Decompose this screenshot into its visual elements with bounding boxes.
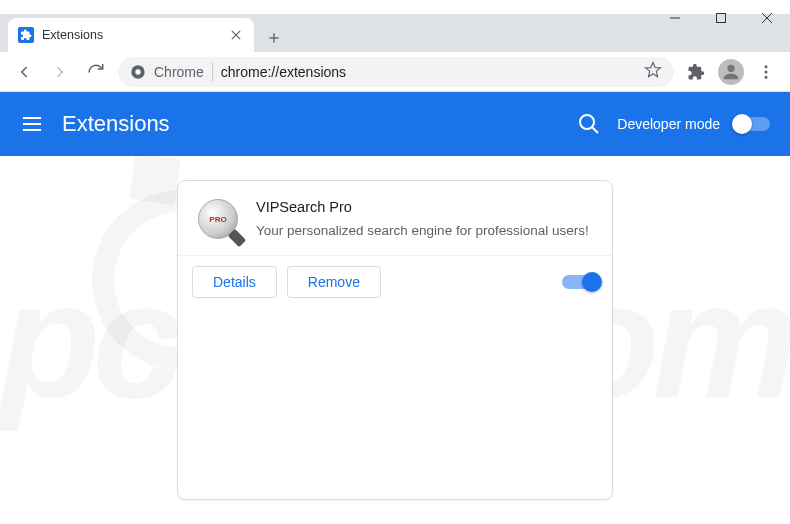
extension-name: VIPSearch Pro — [256, 199, 592, 215]
search-icon[interactable] — [577, 112, 601, 136]
extension-card: PRO VIPSearch Pro Your personalized sear… — [177, 180, 613, 500]
reload-button[interactable] — [82, 58, 110, 86]
page-title: Extensions — [62, 111, 577, 137]
tab-title: Extensions — [42, 28, 220, 42]
chrome-menu-button[interactable] — [752, 58, 780, 86]
forward-button[interactable] — [46, 58, 74, 86]
svg-point-12 — [765, 70, 768, 73]
bookmark-star-icon[interactable] — [644, 61, 662, 83]
extensions-puzzle-icon[interactable] — [682, 58, 710, 86]
window-close-button[interactable] — [744, 0, 790, 36]
browser-toolbar: Chrome chrome://extensions — [0, 52, 790, 92]
extension-description: Your personalized search engine for prof… — [256, 221, 592, 241]
extension-icon: PRO — [198, 199, 238, 239]
svg-rect-1 — [717, 14, 726, 23]
svg-point-9 — [135, 69, 140, 74]
window-minimize-button[interactable] — [652, 0, 698, 36]
developer-mode-toggle[interactable] — [734, 117, 770, 131]
svg-line-18 — [592, 127, 598, 133]
profile-avatar-icon[interactable] — [718, 59, 744, 85]
menu-hamburger-icon[interactable] — [20, 112, 44, 136]
details-button[interactable]: Details — [192, 266, 277, 298]
window-maximize-button[interactable] — [698, 0, 744, 36]
svg-point-17 — [580, 115, 594, 129]
chrome-icon — [130, 64, 146, 80]
developer-mode-label: Developer mode — [617, 116, 720, 132]
extensions-content: pcrisk.com PRO VIPSearch Pro Your person… — [0, 156, 790, 524]
window-controls — [652, 0, 790, 36]
browser-tab[interactable]: Extensions — [8, 18, 254, 52]
svg-point-10 — [727, 64, 734, 71]
omnibox-divider — [212, 63, 213, 81]
address-bar[interactable]: Chrome chrome://extensions — [118, 57, 674, 87]
omnibox-origin-label: Chrome — [154, 64, 204, 80]
new-tab-button[interactable] — [260, 24, 288, 52]
remove-button[interactable]: Remove — [287, 266, 381, 298]
back-button[interactable] — [10, 58, 38, 86]
omnibox-url: chrome://extensions — [221, 64, 636, 80]
extension-enable-toggle[interactable] — [562, 275, 598, 289]
svg-point-11 — [765, 65, 768, 68]
extensions-page-header: Extensions Developer mode — [0, 92, 790, 156]
svg-point-13 — [765, 75, 768, 78]
watermark-shape — [129, 153, 181, 205]
tab-close-button[interactable] — [228, 27, 244, 43]
extension-puzzle-icon — [18, 27, 34, 43]
